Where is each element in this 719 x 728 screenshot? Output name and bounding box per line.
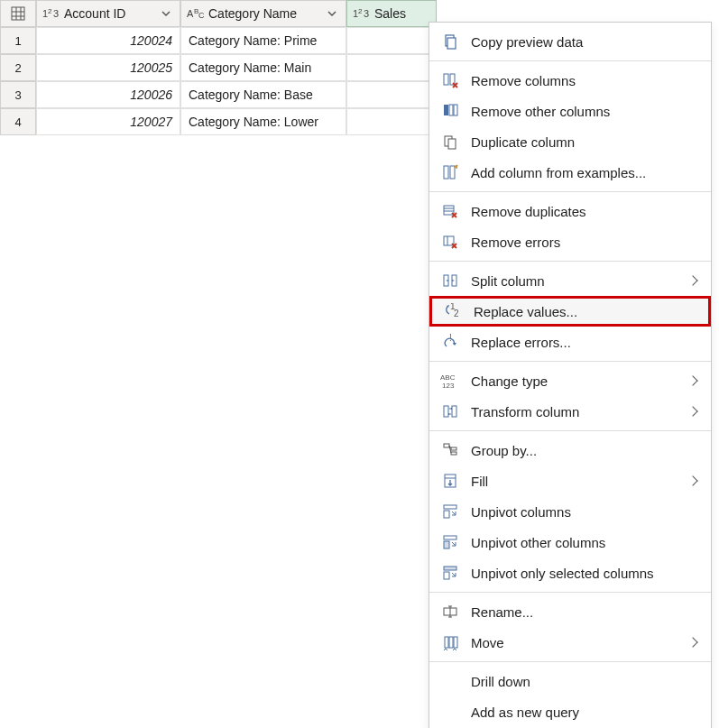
- chevron-down-icon: [327, 9, 336, 18]
- column-header-sales[interactable]: 123 Sales: [346, 0, 437, 27]
- svg-rect-19: [449, 105, 453, 115]
- cell-category-name[interactable]: Category Name: Main: [180, 54, 346, 81]
- chevron-right-icon: [687, 406, 697, 416]
- menu-label: Duplicate column: [471, 134, 700, 150]
- change-type-icon: ABC123: [440, 373, 460, 389]
- menu-add-as-new-query[interactable]: Add as new query: [429, 696, 711, 727]
- menu-move[interactable]: Move: [429, 627, 711, 658]
- replace-errors-icon: !: [441, 334, 459, 350]
- chevron-right-icon: [687, 475, 697, 485]
- split-column-icon: [442, 272, 458, 289]
- menu-separator: [429, 191, 711, 192]
- menu-remove-duplicates[interactable]: Remove duplicates: [429, 196, 711, 226]
- menu-copy-preview-data[interactable]: Copy preview data: [429, 26, 711, 57]
- svg-text:2: 2: [358, 7, 363, 15]
- cell-sales[interactable]: [346, 27, 437, 54]
- svg-rect-45: [444, 511, 449, 518]
- svg-text:ABC: ABC: [440, 373, 456, 382]
- menu-separator: [429, 361, 711, 362]
- chevron-right-icon: [687, 275, 697, 285]
- column-filter-dropdown[interactable]: [158, 5, 174, 22]
- unpivot-selected-icon: [442, 565, 458, 581]
- column-label: Category Name: [208, 6, 297, 21]
- rename-icon: [442, 604, 458, 620]
- svg-rect-22: [448, 139, 456, 149]
- menu-separator: [429, 661, 711, 662]
- svg-rect-24: [450, 166, 455, 179]
- menu-unpivot-only-selected[interactable]: Unpivot only selected columns: [429, 558, 711, 588]
- menu-unpivot-other-columns[interactable]: Unpivot other columns: [429, 527, 711, 558]
- unpivot-other-icon: [442, 534, 458, 550]
- svg-text:123: 123: [442, 382, 455, 389]
- cell-sales[interactable]: [346, 108, 437, 135]
- menu-replace-errors[interactable]: ! Replace errors...: [429, 327, 711, 357]
- svg-rect-47: [444, 541, 449, 548]
- cell-category-name[interactable]: Category Name: Base: [180, 81, 346, 108]
- svg-rect-40: [451, 447, 456, 450]
- remove-errors-icon: [442, 234, 458, 250]
- menu-replace-values[interactable]: 12 Replace values...: [429, 296, 711, 327]
- menu-remove-errors[interactable]: Remove errors: [429, 226, 711, 257]
- menu-remove-other-columns[interactable]: Remove other columns: [429, 96, 711, 126]
- row-header[interactable]: 3: [0, 81, 36, 108]
- unpivot-icon: [442, 503, 458, 520]
- number-type-icon: 123: [353, 7, 371, 20]
- menu-label: Rename...: [471, 604, 700, 620]
- svg-rect-39: [444, 444, 449, 447]
- svg-rect-54: [445, 637, 448, 648]
- menu-label: Add as new query: [471, 705, 700, 720]
- menu-label: Change type: [471, 373, 678, 389]
- menu-group-by[interactable]: Group by...: [429, 435, 711, 465]
- menu-label: Replace errors...: [471, 335, 700, 350]
- svg-rect-20: [454, 105, 457, 115]
- menu-label: Drill down: [471, 674, 700, 689]
- column-label: Account ID: [64, 6, 125, 21]
- cell-account-id[interactable]: 120024: [36, 27, 180, 54]
- menu-label: Unpivot columns: [471, 504, 700, 520]
- svg-rect-44: [444, 505, 456, 509]
- cell-sales[interactable]: [346, 81, 437, 108]
- menu-fill[interactable]: Fill: [429, 465, 711, 496]
- cell-sales[interactable]: [346, 54, 437, 81]
- menu-separator: [429, 592, 711, 593]
- remove-other-columns-icon: [442, 103, 458, 119]
- row-header[interactable]: 1: [0, 27, 36, 54]
- menu-label: Move: [471, 635, 678, 650]
- group-by-icon: [442, 442, 458, 458]
- menu-drill-down[interactable]: Drill down: [429, 666, 711, 696]
- column-header-account-id[interactable]: 123 Account ID: [36, 0, 180, 27]
- svg-rect-16: [444, 74, 448, 85]
- svg-rect-46: [444, 536, 456, 539]
- menu-separator: [429, 60, 711, 61]
- menu-label: Remove errors: [471, 235, 700, 250]
- svg-text:3: 3: [53, 8, 59, 19]
- cell-category-name[interactable]: Category Name: Lower: [180, 108, 346, 135]
- move-icon: [442, 634, 458, 650]
- menu-change-type[interactable]: ABC123 Change type: [429, 365, 711, 396]
- svg-text:2: 2: [454, 309, 459, 318]
- menu-add-column-from-examples[interactable]: Add column from examples...: [429, 157, 711, 188]
- row-header[interactable]: 4: [0, 108, 36, 135]
- menu-rename[interactable]: Rename...: [429, 596, 711, 627]
- cell-account-id[interactable]: 120025: [36, 54, 180, 81]
- menu-remove-columns[interactable]: Remove columns: [429, 65, 711, 96]
- menu-duplicate-column[interactable]: Duplicate column: [429, 126, 711, 157]
- svg-text:3: 3: [364, 8, 369, 19]
- svg-rect-38: [452, 406, 456, 417]
- menu-label: Copy preview data: [471, 34, 700, 50]
- cell-account-id[interactable]: 120026: [36, 81, 180, 108]
- column-filter-dropdown[interactable]: [324, 5, 340, 22]
- menu-split-column[interactable]: Split column: [429, 265, 711, 296]
- svg-text:2: 2: [48, 7, 52, 15]
- select-all-corner[interactable]: [0, 0, 36, 27]
- column-header-category-name[interactable]: ABC Category Name: [180, 0, 346, 27]
- menu-label: Remove columns: [471, 73, 700, 88]
- add-column-examples-icon: [442, 164, 458, 180]
- menu-unpivot-columns[interactable]: Unpivot columns: [429, 496, 711, 527]
- row-header[interactable]: 2: [0, 54, 36, 81]
- menu-label: Group by...: [471, 443, 700, 458]
- menu-transform-column[interactable]: Transform column: [429, 396, 711, 427]
- menu-separator: [429, 261, 711, 262]
- cell-account-id[interactable]: 120027: [36, 108, 180, 135]
- cell-category-name[interactable]: Category Name: Prime: [180, 27, 346, 54]
